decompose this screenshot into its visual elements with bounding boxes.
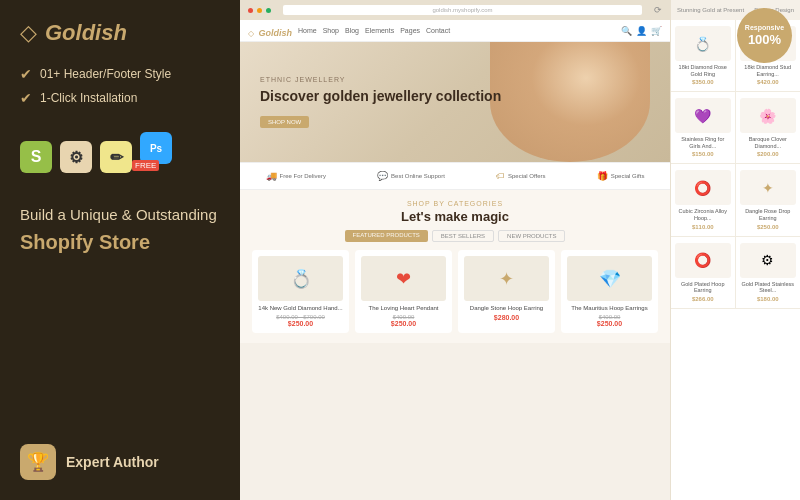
hero-subtitle: ETHNIC JEWELLERY	[260, 76, 501, 83]
product-card-2: ❤ The Loving Heart Pendant $400.00 $250.…	[355, 250, 452, 333]
sidebar-price-6: $250.00	[740, 224, 797, 230]
shopify-icon: S	[20, 141, 52, 173]
support-icon: 💬	[377, 171, 388, 181]
sidebar-price-1: $350.00	[675, 79, 731, 85]
sidebar-price-4: $200.00	[740, 151, 797, 157]
product-name-4: The Mauritius Hoop Earrings	[567, 305, 652, 312]
sidebar-product-3[interactable]: 💜 Stainless Ring for Girls And... $150.0…	[671, 92, 736, 164]
product-card-4: 💎 The Mauritius Hoop Earrings $400.00 $2…	[561, 250, 658, 333]
product-price-4: $250.00	[567, 320, 652, 327]
sidebar-header-left: Stunning Gold at Present	[677, 7, 744, 13]
left-panel: ◇ Goldish ✔ 01+ Header/Footer Style ✔ 1-…	[0, 0, 240, 500]
sidebar-img-6: ✦	[740, 170, 797, 205]
hero-title: Discover golden jewellery collection	[260, 87, 501, 105]
sidebar-name-2: 18kt Diamond Stud Earring...	[740, 64, 797, 77]
product-img-4: 💎	[567, 256, 652, 301]
feature-installation: ✔ 1-Click Installation	[20, 90, 220, 106]
feature-delivery-text: Free For Delivery	[280, 173, 326, 179]
nav-contact[interactable]: Contact	[426, 27, 450, 34]
expert-author: 🏆 Expert Author	[20, 434, 220, 480]
tagline: Build a Unique & Outstanding	[20, 204, 220, 225]
store-nav: ◇ Goldish Home Shop Blog Elements Pages …	[240, 20, 670, 42]
shop-section: SHOP BY CATEGORIES Let's make magic FEAT…	[240, 190, 670, 343]
category-tabs: FEATURED PRODUCTS BEST SELLERS NEW PRODU…	[252, 230, 658, 242]
diamond-icon: ◇	[20, 20, 37, 46]
sidebar-name-4: Baroque Clover Diamond...	[740, 136, 797, 149]
gifts-icon: 🎁	[597, 171, 608, 181]
sidebar-price-3: $150.00	[675, 151, 731, 157]
feature-offers: 🏷 Special Offers	[496, 171, 546, 181]
sidebar-img-7: ⭕	[675, 243, 731, 278]
store-logo: ◇ Goldish	[248, 22, 292, 40]
nav-search: 🔍 👤 🛒	[621, 26, 662, 36]
tab-featured[interactable]: FEATURED PRODUCTS	[345, 230, 428, 242]
products-grid: 💍 14k New Gold Diamond Hand... $400.00 -…	[252, 250, 658, 333]
sidebar-name-7: Gold Plated Hoop Earring	[675, 281, 731, 294]
nav-blog[interactable]: Blog	[345, 27, 359, 34]
product-price-3: $280.00	[464, 314, 549, 321]
feature-gifts-text: Special Gifts	[611, 173, 645, 179]
hero-text: ETHNIC JEWELLERY Discover golden jewelle…	[240, 61, 521, 142]
browser-bar: goldish.myshopify.com ⟳	[240, 0, 670, 20]
sidebar-name-6: Dangle Rose Drop Earring	[740, 208, 797, 221]
sidebar-product-7[interactable]: ⭕ Gold Plated Hoop Earring $266.00	[671, 237, 736, 309]
sidebar-img-8: ⚙	[740, 243, 797, 278]
nav-elements[interactable]: Elements	[365, 27, 394, 34]
logo-area: ◇ Goldish	[20, 20, 220, 46]
store-logo-text: Goldish	[258, 28, 292, 38]
sidebar-product-4[interactable]: 🌸 Baroque Clover Diamond... $200.00	[736, 92, 801, 164]
right-sidebar: Stunning Gold at Present Earring Design …	[670, 0, 800, 500]
sidebar-product-1[interactable]: 💍 18kt Diamond Rose Gold Ring $350.00	[671, 20, 736, 92]
nav-home[interactable]: Home	[298, 27, 317, 34]
sidebar-products: 💍 18kt Diamond Rose Gold Ring $350.00 ✦ …	[671, 20, 800, 309]
product-card-3: ✦ Dangle Stone Hoop Earring $280.00	[458, 250, 555, 333]
tab-best-sellers[interactable]: BEST SELLERS	[432, 230, 494, 242]
product-name-1: 14k New Gold Diamond Hand...	[258, 305, 343, 312]
dot-green	[266, 8, 271, 13]
feature-delivery: 🚚 Free For Delivery	[266, 171, 326, 181]
product-name-3: Dangle Stone Hoop Earring	[464, 305, 549, 312]
apps-icon: ⚙	[60, 141, 92, 173]
nav-pages[interactable]: Pages	[400, 27, 420, 34]
feature-installation-label: 1-Click Installation	[40, 91, 137, 105]
sidebar-img-5: ⭕	[675, 170, 731, 205]
sidebar-price-2: $420.00	[740, 79, 797, 85]
sidebar-product-8[interactable]: ⚙ Gold Plated Stainless Steel... $180.00	[736, 237, 801, 309]
tab-new-products[interactable]: NEW PRODUCTS	[498, 230, 565, 242]
shop-label: SHOP BY CATEGORIES	[252, 200, 658, 207]
product-img-2: ❤	[361, 256, 446, 301]
product-card-1: 💍 14k New Gold Diamond Hand... $400.00 -…	[252, 250, 349, 333]
sidebar-product-5[interactable]: ⭕ Cubic Zirconia Alloy Hoop... $110.00	[671, 164, 736, 236]
user-nav-icon[interactable]: 👤	[636, 26, 647, 36]
product-img-3: ✦	[464, 256, 549, 301]
sidebar-price-5: $110.00	[675, 224, 731, 230]
sidebar-price-7: $266.00	[675, 296, 731, 302]
delivery-icon: 🚚	[266, 171, 277, 181]
store-type: Shopify Store	[20, 231, 220, 254]
badge-line1: Responsive	[745, 24, 784, 32]
feature-support: 💬 Best Online Support	[377, 171, 445, 181]
search-nav-icon[interactable]: 🔍	[621, 26, 632, 36]
responsive-badge: Responsive 100%	[737, 8, 792, 63]
feature-header-footer: ✔ 01+ Header/Footer Style	[20, 66, 220, 82]
sidebar-product-6[interactable]: ✦ Dangle Rose Drop Earring $250.00	[736, 164, 801, 236]
dot-red	[248, 8, 253, 13]
feature-support-text: Best Online Support	[391, 173, 445, 179]
features-list: ✔ 01+ Header/Footer Style ✔ 1-Click Inst…	[20, 66, 220, 114]
features-bar: 🚚 Free For Delivery 💬 Best Online Suppor…	[240, 162, 670, 190]
sidebar-img-1: 💍	[675, 26, 731, 61]
sidebar-name-3: Stainless Ring for Girls And...	[675, 136, 731, 149]
cart-nav-icon[interactable]: 🛒	[651, 26, 662, 36]
sidebar-img-3: 💜	[675, 98, 731, 133]
main-content: goldish.myshopify.com ⟳ ◇ Goldish Home S…	[240, 0, 670, 500]
nav-shop[interactable]: Shop	[323, 27, 339, 34]
sidebar-name-1: 18kt Diamond Rose Gold Ring	[675, 64, 731, 77]
sidebar-name-5: Cubic Zirconia Alloy Hoop...	[675, 208, 731, 221]
feature-gifts: 🎁 Special Gifts	[597, 171, 645, 181]
brand-name: Goldish	[45, 20, 127, 46]
feature-header-footer-label: 01+ Header/Footer Style	[40, 67, 171, 81]
shop-now-button[interactable]: SHOP NOW	[260, 116, 309, 128]
badge-percent: 100%	[748, 32, 781, 48]
offers-icon: 🏷	[496, 171, 505, 181]
product-price-1: $250.00	[258, 320, 343, 327]
